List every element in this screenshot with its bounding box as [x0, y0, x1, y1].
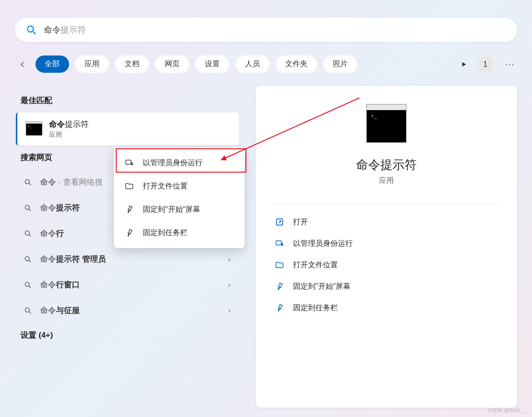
play-button[interactable] [459, 60, 469, 69]
web-result-text: 命令与征服 [40, 305, 221, 316]
context-menu-label: 固定到"开始"屏幕 [143, 205, 200, 215]
back-button[interactable] [15, 57, 30, 72]
tab-documents[interactable]: 文档 [115, 55, 149, 73]
context-menu-label: 以管理员身份运行 [143, 158, 203, 168]
svg-line-1 [33, 31, 35, 34]
search-bar[interactable]: 命令提示符 [15, 18, 517, 42]
context-menu-item[interactable]: 固定到"开始"屏幕 [114, 198, 245, 221]
web-result-text: 命令提示符 管理员 [40, 254, 221, 264]
preview-action-item[interactable]: 打开文件位置 [271, 254, 502, 276]
preview-action-item[interactable]: 固定到任务栏 [271, 297, 502, 319]
context-menu-item[interactable]: 固定到任务栏 [114, 221, 245, 244]
web-result-item[interactable]: 命令行窗口 › [15, 272, 239, 298]
svg-line-7 [29, 235, 31, 236]
svg-rect-18 [276, 241, 282, 245]
preview-action-label: 固定到任务栏 [293, 303, 338, 313]
svg-rect-14 [126, 160, 132, 164]
svg-point-6 [25, 231, 29, 235]
context-menu-label: 固定到任务栏 [143, 228, 188, 238]
folder-icon [124, 181, 134, 191]
svg-point-15 [131, 162, 132, 163]
svg-line-13 [29, 312, 31, 313]
svg-point-2 [25, 180, 29, 184]
context-menu: 以管理员身份运行打开文件位置固定到"开始"屏幕固定到任务栏 [114, 147, 245, 248]
notification-badge[interactable]: 1 [477, 56, 494, 73]
admin-run-icon [124, 158, 134, 168]
search-icon [26, 25, 36, 35]
preview-action-item[interactable]: 以管理员身份运行 [271, 233, 502, 254]
preview-action-label: 打开 [293, 217, 308, 227]
folder-icon [274, 260, 285, 270]
search-icon [23, 203, 33, 213]
section-settings: 设置 (4+) [21, 330, 239, 341]
web-result-item[interactable]: 命令与征服 › [15, 298, 239, 323]
tab-folders[interactable]: 文件夹 [275, 55, 317, 73]
preview-action-label: 以管理员身份运行 [293, 239, 353, 249]
tab-web[interactable]: 网页 [155, 55, 189, 73]
search-icon [23, 280, 33, 290]
svg-point-8 [25, 257, 29, 261]
preview-action-item[interactable]: 固定到"开始"屏幕 [271, 276, 502, 297]
svg-line-5 [29, 209, 31, 211]
more-button[interactable]: ⋯ [502, 57, 517, 72]
tab-settings[interactable]: 设置 [195, 55, 230, 73]
best-match-result[interactable]: 命令提示符 应用 [16, 112, 239, 146]
pin-icon [274, 303, 285, 313]
search-icon [23, 255, 33, 264]
search-icon [23, 229, 33, 238]
svg-point-10 [25, 282, 29, 286]
cmd-icon [26, 123, 42, 136]
preview-action-item[interactable]: 打开 [271, 211, 502, 233]
web-result-text: 命令行窗口 [40, 279, 221, 290]
context-menu-label: 打开文件位置 [143, 181, 188, 191]
svg-line-3 [29, 183, 31, 185]
divider [271, 204, 502, 205]
tab-apps[interactable]: 应用 [75, 55, 109, 73]
open-icon [274, 217, 285, 227]
svg-point-4 [25, 205, 29, 209]
filter-tabs-row: 全部 应用 文档 网页 设置 人员 文件夹 照片 1 ⋯ [15, 55, 517, 73]
tab-people[interactable]: 人员 [235, 55, 270, 73]
search-icon [23, 178, 33, 187]
best-match-title: 命令提示符 [49, 119, 89, 130]
svg-line-9 [29, 260, 31, 262]
web-result-item[interactable]: 命令提示符 管理员 › [15, 246, 239, 272]
chevron-right-icon: › [228, 255, 231, 264]
svg-point-12 [25, 308, 29, 312]
context-menu-item[interactable]: 以管理员身份运行 [114, 151, 245, 174]
pin-icon [124, 228, 134, 238]
svg-point-19 [281, 243, 282, 244]
best-match-subtitle: 应用 [49, 131, 89, 139]
preview-action-label: 固定到"开始"屏幕 [293, 282, 350, 292]
search-icon [23, 306, 33, 315]
preview-title: 命令提示符 [271, 157, 502, 173]
tab-all[interactable]: 全部 [35, 56, 69, 73]
svg-line-11 [29, 286, 31, 288]
admin-run-icon [274, 238, 285, 249]
preview-action-label: 打开文件位置 [293, 260, 338, 270]
chevron-right-icon: › [228, 306, 231, 315]
pin-icon [274, 281, 285, 292]
section-best-match: 最佳匹配 [21, 95, 239, 106]
tab-photos[interactable]: 照片 [323, 55, 357, 73]
preview-app-icon [366, 109, 406, 143]
pin-icon [124, 204, 134, 215]
preview-panel: 命令提示符 应用 打开以管理员身份运行打开文件位置固定到"开始"屏幕固定到任务栏 [256, 86, 517, 408]
context-menu-item[interactable]: 打开文件位置 [114, 174, 245, 198]
chevron-right-icon: › [228, 281, 231, 289]
watermark: CSDN @WHF__ [488, 408, 526, 413]
preview-subtitle: 应用 [271, 176, 502, 186]
search-input-text: 命令提示符 [44, 24, 86, 35]
